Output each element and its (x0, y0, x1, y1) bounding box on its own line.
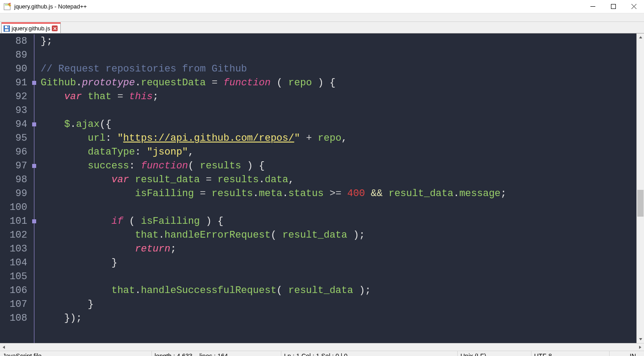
status-bar: JavaScript file length : 4,633 lines : 1… (0, 351, 644, 356)
code-line (41, 104, 636, 117)
line-number: 105 (0, 270, 32, 284)
horizontal-scrollbar[interactable] (0, 343, 644, 351)
fold-marker[interactable] (32, 122, 36, 126)
window-title: jquery.github.js - Notepad++ (14, 3, 582, 10)
save-icon (4, 25, 10, 32)
line-number: 96 (0, 145, 32, 159)
line-number: 101 (0, 214, 32, 228)
line-number: 91 (0, 76, 32, 90)
status-position: Ln : 1 Col : 1 Sel : 0 | 0 (281, 351, 458, 356)
fold-marker[interactable] (32, 81, 36, 85)
code-line (41, 201, 636, 214)
line-number: 93 (0, 104, 32, 117)
scroll-down-arrow[interactable] (637, 335, 644, 343)
line-number: 89 (0, 48, 32, 62)
scroll-up-arrow[interactable] (637, 34, 644, 41)
app-icon (4, 3, 12, 11)
code-area[interactable]: };// Request repositories from GithubGit… (39, 34, 636, 343)
code-line: that.handleErrorRequest( result_data ); (41, 228, 636, 242)
scrollbar-thumb[interactable] (637, 190, 644, 217)
vertical-scrollbar[interactable] (636, 34, 644, 343)
line-number: 99 (0, 187, 32, 201)
line-number: 104 (0, 256, 32, 270)
line-number: 88 (0, 34, 32, 48)
code-line (41, 48, 636, 62)
scroll-right-arrow[interactable] (636, 343, 644, 351)
line-number: 98 (0, 173, 32, 187)
code-line: that.handleSuccessfulRequest( result_dat… (41, 284, 636, 297)
line-number: 106 (0, 284, 32, 297)
line-number: 92 (0, 90, 32, 104)
maximize-button[interactable] (603, 0, 623, 13)
code-line: // Request repositories from Github (41, 62, 636, 76)
fold-margin[interactable] (32, 34, 39, 343)
editor[interactable]: 8889909192939495969798991001011021031041… (0, 34, 644, 343)
code-line: if ( isFailling ) { (41, 214, 636, 228)
svg-rect-9 (5, 29, 8, 31)
fold-marker[interactable] (32, 219, 36, 223)
line-number: 90 (0, 62, 32, 76)
line-number: 100 (0, 201, 32, 214)
status-encoding: UTF-8 (531, 351, 610, 356)
line-number: 103 (0, 242, 32, 256)
line-number: 95 (0, 131, 32, 145)
code-line: } (41, 297, 636, 311)
code-line: success: function( results ) { (41, 159, 636, 173)
status-eol: Unix (LF) (458, 351, 531, 356)
code-line: }); (41, 311, 636, 325)
code-line: var result_data = results.data, (41, 173, 636, 187)
minimize-button[interactable] (582, 0, 603, 13)
line-number: 94 (0, 117, 32, 131)
code-line: return; (41, 242, 636, 256)
code-line: } (41, 256, 636, 270)
close-button[interactable] (623, 0, 644, 13)
hscroll-track[interactable] (8, 344, 636, 351)
line-number: 97 (0, 159, 32, 173)
svg-rect-4 (611, 4, 615, 9)
tab-bar: jquery.github.js (0, 22, 644, 34)
line-number: 108 (0, 311, 32, 325)
code-line: dataType: "jsonp", (41, 145, 636, 159)
code-line (41, 270, 636, 284)
line-number: 107 (0, 297, 32, 311)
status-language: JavaScript file (0, 351, 152, 356)
scroll-left-arrow[interactable] (0, 343, 8, 351)
line-number-gutter: 8889909192939495969798991001011021031041… (0, 34, 32, 343)
code-line: var that = this; (41, 90, 636, 104)
status-mode: IN (610, 351, 644, 356)
fold-marker[interactable] (32, 164, 36, 168)
title-bar: jquery.github.js - Notepad++ (0, 0, 644, 13)
line-number: 102 (0, 228, 32, 242)
code-line: url: "https://api.github.com/repos/" + r… (41, 131, 636, 145)
status-length: length : 4,633 lines : 164 (152, 351, 281, 356)
code-line: isFailling = results.meta.status >= 400 … (41, 187, 636, 201)
code-line: }; (41, 34, 636, 48)
code-line: Github.prototype.requestData = function … (41, 76, 636, 90)
file-tab[interactable]: jquery.github.js (1, 22, 61, 33)
tab-filename: jquery.github.js (12, 25, 50, 32)
svg-rect-10 (7, 26, 8, 27)
toolbar-area (0, 13, 644, 22)
code-line: $.ajax({ (41, 117, 636, 131)
tab-close-button[interactable] (52, 25, 58, 31)
